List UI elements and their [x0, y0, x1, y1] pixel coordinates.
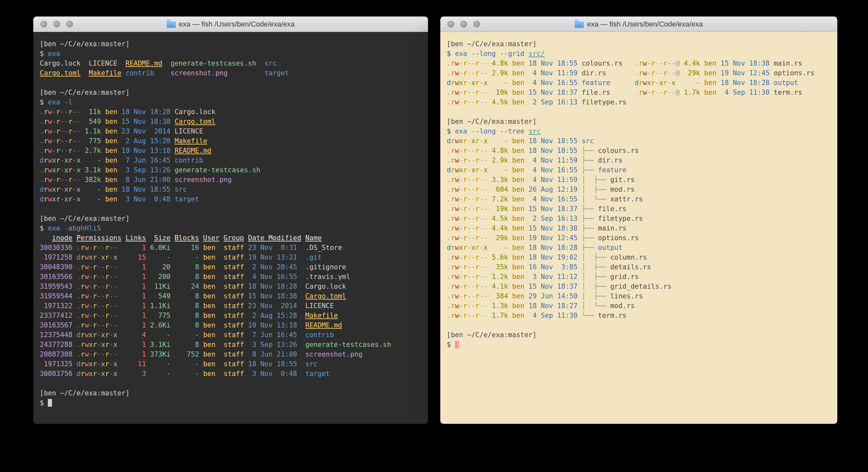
permission-char: -: [655, 69, 659, 77]
permission-char: r: [451, 98, 455, 106]
terminal-text: [524, 215, 528, 223]
terminal-text: [244, 283, 248, 290]
terminal-text: ben: [203, 244, 220, 252]
terminal-text: [508, 263, 512, 271]
terminal-text: [297, 292, 305, 300]
terminal-output[interactable]: [ben ~/C/e/exa:master]$ exaCargo.lock LI…: [33, 32, 428, 424]
titlebar[interactable]: exa — fish /Users/ben/Code/exa/exa: [33, 17, 428, 32]
terminal-text: 20087308: [40, 350, 72, 358]
permission-char: .: [635, 59, 639, 67]
permission-char: -: [655, 79, 659, 87]
permission-char: -: [109, 350, 114, 358]
terminal-text: │ ├──: [582, 185, 610, 193]
terminal-text: 4: [126, 331, 146, 339]
terminal-text: [146, 283, 150, 290]
permission-char: .: [40, 118, 44, 125]
terminal-text: [488, 224, 492, 232]
permission-char: x: [471, 79, 475, 87]
terminal-line: .rw-r--r-- 19k ben 15 Nov 18:37 file.rs …: [447, 88, 831, 97]
permission-char: -: [484, 195, 488, 203]
terminal-text: [524, 166, 528, 174]
permission-char: r: [44, 185, 48, 193]
permission-char: -: [89, 263, 93, 271]
permission-char: -: [109, 331, 114, 339]
terminal-text: [680, 89, 684, 96]
permission-char: r: [663, 79, 668, 87]
terminal-text: ├──: [582, 166, 598, 174]
permission-char: -: [76, 137, 81, 145]
terminal-text: [146, 331, 150, 339]
terminal-text: [170, 331, 175, 339]
terminal-text: 8: [175, 312, 199, 319]
terminal-line: .rw-r--r-- 2.9k ben 4 Nov 11:59 ├── dir.…: [447, 155, 831, 165]
terminal-output[interactable]: [ben ~/C/e/exa:master]$ exa --long --gri…: [440, 32, 837, 424]
permission-char: w: [85, 254, 89, 261]
terminal-text: 7 Jun 16:45: [248, 331, 297, 339]
terminal-text: ben: [105, 118, 117, 125]
title-area: exa — fish /Users/ben/Code/exa/exa: [167, 20, 294, 28]
terminal-text: [578, 156, 582, 164]
permission-char: r: [93, 360, 97, 368]
permission-char: r: [105, 341, 109, 349]
terminal-text: 2 Sep 16:13: [528, 98, 578, 106]
terminal-text: [256, 59, 264, 67]
terminal-text: exa --long --grid: [455, 50, 528, 58]
permission-char: w: [455, 273, 459, 281]
zoom-button[interactable]: [66, 21, 73, 28]
permission-char: d: [40, 185, 44, 193]
titlebar[interactable]: exa — fish /Users/ben/Code/exa/exa: [440, 17, 837, 32]
permission-char: w: [455, 312, 459, 319]
permission-char: -: [101, 350, 105, 358]
terminal-text: options.rs: [598, 234, 639, 242]
terminal-text: Group: [223, 234, 244, 242]
terminal-text: 1971258: [40, 254, 72, 261]
minimize-button[interactable]: [460, 21, 467, 28]
terminal-line: drwxr-xr-x - ben 4 Nov 16:55 feature drw…: [447, 78, 831, 88]
terminal-text: [170, 350, 175, 358]
terminal-text: README.md: [126, 59, 162, 67]
permission-char: -: [484, 283, 488, 290]
terminal-line: [ben ~/C/e/exa:master]: [40, 388, 422, 398]
terminal-text: ben: [203, 350, 220, 358]
terminal-text: [220, 370, 224, 378]
terminal-text: ben: [105, 108, 117, 116]
permission-char: r: [105, 244, 109, 252]
permission-char: x: [64, 185, 68, 193]
zoom-button[interactable]: [473, 21, 480, 28]
terminal-text: -: [175, 331, 199, 339]
terminal-text: [117, 302, 125, 310]
terminal-text: [146, 302, 150, 310]
terminal-text: ben: [512, 273, 524, 281]
permission-char: -: [114, 273, 118, 281]
permission-char: r: [475, 59, 480, 67]
terminal-text: [170, 147, 175, 154]
permission-char: r: [93, 263, 97, 271]
terminal-text: ben: [512, 312, 524, 319]
terminal-text: [524, 302, 528, 310]
close-button[interactable]: [447, 21, 454, 28]
permission-char: r: [639, 89, 643, 96]
terminal-text: ben: [704, 59, 716, 67]
terminal-text: │ ├──: [582, 273, 610, 281]
terminal-text: term.rs: [598, 312, 627, 319]
permission-char: -: [89, 350, 93, 358]
permission-char: r: [451, 147, 455, 154]
permission-char: -: [479, 147, 484, 154]
terminal-text: [524, 176, 528, 184]
terminal-text: [508, 205, 512, 213]
terminal-text: [199, 370, 203, 378]
permission-char: -: [76, 118, 81, 125]
terminal-text: ben: [512, 205, 524, 213]
permission-char: r: [44, 137, 48, 145]
close-button[interactable]: [40, 21, 47, 28]
minimize-button[interactable]: [53, 21, 60, 28]
permission-char: -: [97, 312, 101, 319]
permission-char: -: [484, 98, 488, 106]
permission-char: -: [101, 321, 105, 329]
permission-char: w: [48, 108, 52, 116]
terminal-text: 15 Nov 18:38: [248, 292, 297, 300]
terminal-text: [81, 166, 85, 174]
terminal-text: [81, 69, 89, 77]
terminal-line: $: [447, 340, 831, 350]
permission-char: w: [455, 98, 459, 106]
